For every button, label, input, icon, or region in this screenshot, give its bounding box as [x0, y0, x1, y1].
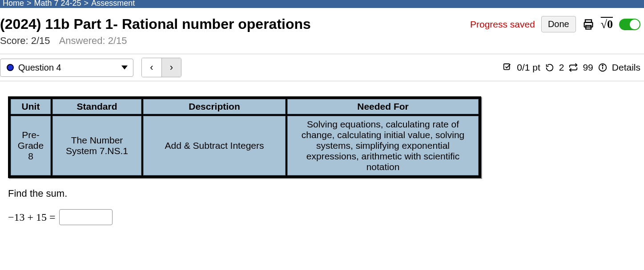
breadcrumb-course[interactable]: Math 7 24-25: [34, 0, 81, 8]
math-editor-icon[interactable]: √0: [601, 18, 613, 31]
next-question-button[interactable]: ›: [161, 58, 181, 77]
question-nav: ‹ ›: [141, 58, 181, 77]
retry-icon: [545, 63, 555, 72]
th-description: Description: [143, 99, 286, 114]
svg-rect-3: [504, 64, 510, 70]
td-unit: Pre-Grade 8: [11, 116, 51, 175]
equation-expression: −13 + 15 =: [8, 211, 56, 223]
th-standard: Standard: [52, 99, 141, 114]
reattempt-icon: [568, 63, 578, 72]
table-row: Pre-Grade 8 The Number System 7.NS.1 Add…: [11, 116, 479, 175]
points-label: 0/1 pt: [517, 62, 540, 73]
score-label: Score: 2/15: [0, 35, 50, 46]
svg-point-6: [602, 65, 603, 66]
chevron-down-icon: [121, 66, 128, 70]
th-unit: Unit: [11, 99, 51, 114]
table-header-row: Unit Standard Description Needed For: [11, 99, 479, 114]
question-prompt: Find the sum.: [0, 178, 644, 199]
breadcrumb: Home > Math 7 24-25 > Assessment: [0, 0, 644, 8]
question-status-dot-icon: [7, 64, 14, 71]
score-check-icon: [503, 63, 512, 72]
td-standard: The Number System 7.NS.1: [52, 116, 141, 175]
tries-label: 2: [559, 62, 564, 73]
breadcrumb-home[interactable]: Home: [3, 0, 24, 8]
print-icon[interactable]: [582, 18, 595, 31]
attempts-label: 99: [583, 62, 593, 73]
answered-label: Answered: 2/15: [59, 35, 127, 46]
details-link[interactable]: Details: [612, 62, 640, 73]
td-needed: Solving equations, calculating rate of c…: [287, 116, 479, 175]
done-button[interactable]: Done: [541, 16, 576, 32]
breadcrumb-sep-icon: >: [27, 0, 32, 8]
td-description: Add & Subtract Integers: [143, 116, 286, 175]
breadcrumb-sep-icon: >: [84, 0, 89, 8]
progress-saved-label: Progress saved: [470, 19, 535, 30]
question-selector-label: Question 4: [18, 63, 61, 73]
standards-table: Unit Standard Description Needed For Pre…: [8, 96, 481, 178]
page-title: (2024) 11b Part 1- Rational number opera…: [0, 16, 311, 32]
info-icon: [598, 63, 608, 72]
th-needed: Needed For: [287, 99, 479, 114]
math-editor-toggle[interactable]: [619, 19, 640, 30]
breadcrumb-page: Assessment: [91, 0, 135, 8]
answer-input[interactable]: [59, 209, 113, 225]
prev-question-button[interactable]: ‹: [142, 58, 161, 77]
question-selector[interactable]: Question 4: [0, 59, 133, 77]
